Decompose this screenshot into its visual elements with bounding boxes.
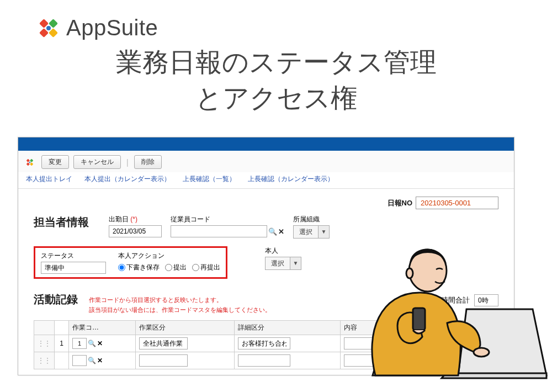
- work-date-input[interactable]: [109, 225, 162, 237]
- link-boss-calendar[interactable]: 上長確認（カレンダー表示）: [248, 174, 334, 184]
- app-logo-icon: [25, 157, 35, 167]
- table-row: ⋮⋮ 🔍 ✕: [34, 352, 498, 369]
- cancel-button[interactable]: キャンセル: [73, 155, 121, 169]
- work-category-input[interactable]: [139, 337, 188, 349]
- brand-name: AppSuite: [66, 15, 158, 40]
- work-time-total: 作業時間合計: [427, 294, 498, 306]
- radio-resubmit[interactable]: 再提出: [192, 263, 220, 272]
- detail-category-input[interactable]: [238, 354, 290, 367]
- report-number-row: 日報NO 20210305-0001: [34, 197, 498, 209]
- search-icon[interactable]: 🔍: [88, 340, 96, 347]
- drag-handle-icon[interactable]: ⋮⋮: [34, 352, 55, 369]
- delete-button[interactable]: 削除: [134, 155, 162, 169]
- brand: AppSuite: [38, 15, 519, 40]
- page-title: 業務日報のステータス管理 とアクセス権: [33, 45, 519, 116]
- content-input[interactable]: [344, 354, 426, 367]
- search-icon[interactable]: 🔍: [88, 357, 96, 364]
- content-input[interactable]: [344, 337, 426, 349]
- drag-column: [34, 321, 55, 335]
- work-code-input[interactable]: [72, 338, 87, 349]
- col-content: 内容: [341, 321, 498, 335]
- chevron-down-icon: ▼: [318, 226, 329, 238]
- radio-submit[interactable]: 提出: [165, 263, 187, 272]
- field-employee-code: 従業員コード 🔍 ✕: [171, 215, 284, 237]
- row-number: [55, 352, 69, 369]
- row-number-column: [55, 321, 69, 335]
- change-button[interactable]: 変更: [41, 155, 69, 169]
- brand-logo-icon: [38, 17, 60, 39]
- employee-code-input[interactable]: [171, 225, 267, 237]
- page-header: AppSuite 業務日報のステータス管理 とアクセス権: [0, 0, 552, 122]
- organization-select[interactable]: 選択 ▼: [293, 225, 330, 239]
- report-number-value: 20210305-0001: [416, 197, 498, 209]
- linkbar: 本人提出トレイ 本人提出（カレンダー表示） 上長確認（一覧） 上長確認（カレンダ…: [18, 172, 514, 189]
- total-time-input[interactable]: [474, 294, 498, 306]
- activity-section: 活動記録 作業コードから項目選択すると反映いたします。 該当項目がない場合には、…: [34, 292, 498, 315]
- search-icon[interactable]: 🔍: [268, 227, 277, 236]
- content-area: 日報NO 20210305-0001 担当者情報 出勤日 (*) 従業員コード …: [18, 189, 514, 375]
- section-title-person: 担当者情報: [34, 215, 100, 230]
- col-work-code: 作業コ…: [69, 321, 136, 335]
- table-row: ⋮⋮ 1 🔍 ✕: [34, 335, 498, 352]
- report-number-label: 日報NO: [388, 198, 413, 208]
- work-code-input[interactable]: [72, 355, 87, 366]
- toolbar-separator: |: [125, 158, 130, 167]
- link-tray[interactable]: 本人提出トレイ: [26, 174, 72, 184]
- drag-handle-icon[interactable]: ⋮⋮: [34, 335, 55, 352]
- row-number: 1: [55, 335, 69, 352]
- person-info-row: 担当者情報 出勤日 (*) 従業員コード 🔍 ✕: [34, 215, 498, 239]
- chevron-down-icon: ▼: [290, 257, 301, 269]
- field-status: ステータス: [41, 251, 106, 274]
- field-organization: 所属組織 選択 ▼: [293, 215, 330, 239]
- field-self-action: 本人アクション 下書き保存 提出 再提出: [118, 251, 220, 272]
- detail-category-input[interactable]: [238, 337, 290, 349]
- field-self: 本人 選択 ▼: [265, 246, 301, 270]
- col-work-category: 作業区分: [135, 321, 234, 335]
- self-select[interactable]: 選択 ▼: [265, 257, 301, 270]
- app-window: 変更 キャンセル | 削除 本人提出トレイ 本人提出（カレンダー表示） 上長確認…: [18, 137, 514, 375]
- svg-point-9: [29, 161, 31, 163]
- status-input[interactable]: [41, 262, 106, 274]
- svg-point-4: [46, 26, 51, 30]
- work-category-input[interactable]: [139, 354, 188, 367]
- activity-note: 作業コードから項目選択すると反映いたします。 該当項目がない場合には、作業コード…: [89, 295, 271, 315]
- field-work-date: 出勤日 (*): [109, 215, 162, 237]
- clear-icon[interactable]: ✕: [97, 340, 103, 347]
- window-titlebar: [18, 137, 514, 151]
- clear-icon[interactable]: ✕: [97, 357, 103, 364]
- clear-icon[interactable]: ✕: [278, 227, 284, 236]
- col-detail-category: 詳細区分: [235, 321, 341, 335]
- status-highlight-box: ステータス 本人アクション 下書き保存 提出 再提出: [34, 246, 227, 279]
- activity-table: 作業コ… 作業区分 詳細区分 内容 ⋮⋮ 1 🔍 ✕: [34, 320, 498, 369]
- link-boss-list[interactable]: 上長確認（一覧）: [183, 174, 236, 184]
- link-submit-calendar[interactable]: 本人提出（カレンダー表示）: [84, 174, 171, 184]
- section-title-activity: 活動記録: [34, 292, 78, 307]
- radio-draft[interactable]: 下書き保存: [118, 263, 160, 272]
- toolbar: 変更 キャンセル | 削除: [18, 151, 514, 172]
